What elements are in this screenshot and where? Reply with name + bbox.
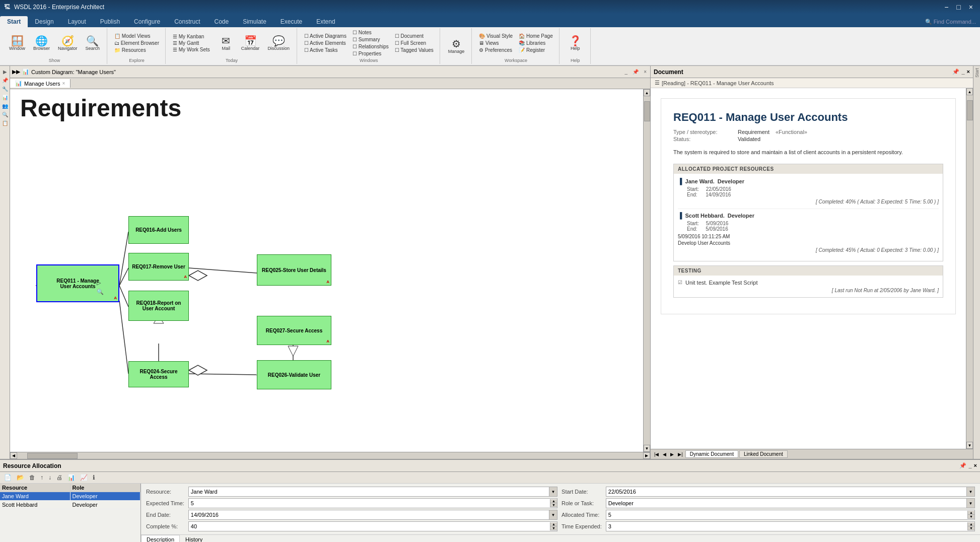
bottom-close-button[interactable]: × [974, 462, 977, 469]
role-task-dropdown-btn[interactable]: ▼ [966, 499, 974, 508]
discussion-button[interactable]: 💬 Discussion [264, 35, 293, 52]
tab-layout[interactable]: Layout [61, 16, 93, 27]
dynamic-document-tab[interactable]: Dynamic Document [685, 450, 738, 458]
my-kanban-button[interactable]: ☰ My Kanban [171, 33, 212, 40]
req016-box[interactable]: REQ016-Add Users [128, 216, 189, 244]
resource-dropdown[interactable]: Jane Ward ▼ [188, 487, 557, 497]
home-page-button[interactable]: 🏠 Home Page [517, 33, 555, 39]
doc-vert-scrollbar[interactable]: ▲ ▼ [966, 88, 973, 449]
model-views-button[interactable]: 📋 Model Views [112, 33, 161, 39]
bottom-minimize-button[interactable]: _ [968, 462, 971, 469]
toolbar-print-btn[interactable]: 🖨 [54, 473, 64, 482]
end-date-dropdown-btn[interactable]: ▼ [549, 510, 557, 519]
doc-scrollbar-down[interactable]: ▼ [966, 442, 973, 449]
manage-button[interactable]: ⚙ Manage [445, 38, 468, 55]
complete-pct-up-btn[interactable]: ▲ [550, 522, 557, 526]
req027-box[interactable]: REQ027-Secure Access A [257, 316, 331, 345]
sidebar-icon-6[interactable]: 🔍 [1, 111, 9, 118]
doc-scrollbar-thumb[interactable] [967, 100, 973, 120]
doc-nav-next[interactable]: ▶ [669, 451, 675, 457]
time-expended-up-btn[interactable]: ▲ [968, 522, 974, 526]
active-diagrams-button[interactable]: ☐ Active Diagrams [302, 33, 348, 39]
register-button[interactable]: 📝 Register [517, 47, 555, 53]
panel-pin-button[interactable]: 📌 [631, 69, 640, 75]
help-button[interactable]: ❓ Help [565, 35, 585, 52]
full-screen-button[interactable]: ☐ Full Screen [393, 40, 436, 46]
req017-box[interactable]: REQ017-Remove User A [128, 253, 189, 281]
scrollbar-up-button[interactable]: ▲ [644, 89, 650, 96]
doc-close-button[interactable]: × [967, 69, 970, 75]
diagram-vert-scrollbar[interactable]: ▲ ▼ [643, 89, 650, 452]
doc-scrollbar-up[interactable]: ▲ [966, 88, 973, 95]
sidebar-icon-7[interactable]: 📋 [1, 119, 9, 127]
find-command[interactable]: Find Command... [934, 19, 976, 25]
expected-time-up-btn[interactable]: ▲ [550, 499, 557, 503]
browser-button[interactable]: 🌐 Browser [30, 35, 53, 52]
complete-pct-down-btn[interactable]: ▼ [550, 526, 557, 530]
navigator-button[interactable]: 🧭 Navigator [55, 35, 81, 52]
summary-button[interactable]: ☐ Summary [351, 36, 391, 43]
search-button[interactable]: 🔍 Search [83, 35, 103, 52]
complete-pct-spin[interactable]: 40 ▲ ▼ [188, 521, 557, 531]
my-work-sets-button[interactable]: ☰ My Work Sets [171, 46, 212, 53]
linked-document-tab[interactable]: Linked Document [739, 450, 788, 458]
tab-start[interactable]: Start [0, 16, 28, 27]
my-gantt-button[interactable]: ☰ My Gantt [171, 40, 212, 46]
horiz-scrollbar-left-button[interactable]: ◀ [10, 452, 17, 459]
panel-minimize-button[interactable]: _ [623, 69, 629, 75]
views-button[interactable]: 🖥 Views [477, 40, 515, 46]
scrollbar-thumb[interactable] [644, 101, 650, 121]
time-expended-down-btn[interactable]: ▼ [968, 526, 974, 530]
tab-configure[interactable]: Configure [127, 16, 167, 27]
sidebar-icon-3[interactable]: 🔧 [1, 85, 9, 93]
doc-nav-first[interactable]: |◀ [653, 451, 660, 457]
panel-close-button[interactable]: × [642, 69, 648, 75]
start-date-dropdown[interactable]: 22/05/2016 ▼ [606, 487, 975, 497]
end-date-dropdown[interactable]: 14/09/2016 ▼ [188, 510, 557, 520]
diagram-canvas[interactable]: Requirements [10, 89, 643, 452]
doc-minimize-button[interactable]: _ [961, 69, 964, 75]
toolbar-export-btn[interactable]: 📊 [65, 473, 77, 482]
manage-users-tab[interactable]: 📊 Manage Users × [10, 79, 71, 88]
allocated-time-up-btn[interactable]: ▲ [968, 511, 974, 515]
relationships-button[interactable]: ☐ Relationships [351, 43, 391, 50]
properties-button[interactable]: ☐ Properties [351, 50, 391, 57]
allocated-time-down-btn[interactable]: ▼ [968, 515, 974, 519]
req018-box[interactable]: REQ018-Report on User Account [128, 291, 189, 321]
time-expended-spin[interactable]: 3 ▲ ▼ [606, 521, 975, 531]
role-task-dropdown[interactable]: Developer ▼ [606, 498, 975, 508]
diagram-horiz-scrollbar[interactable]: ◀ ▶ [10, 452, 650, 459]
tab-close-button[interactable]: × [62, 81, 65, 86]
doc-pin-button[interactable]: 📌 [952, 69, 959, 75]
tagged-values-button[interactable]: ☐ Tagged Values [393, 47, 436, 53]
row-scott-hebbard[interactable]: Scott Hebbard Developer [0, 501, 141, 509]
start-tab[interactable]: Start [973, 66, 980, 80]
horiz-scrollbar-right-button[interactable]: ▶ [643, 452, 650, 459]
minimize-button[interactable]: − [941, 3, 951, 11]
mail-button[interactable]: ✉ Mail [216, 35, 236, 52]
sidebar-icon-1[interactable]: ▶ [2, 68, 8, 76]
resources-button[interactable]: 📁 Resources [112, 47, 161, 53]
doc-scrollbar-track[interactable] [966, 95, 973, 442]
toolbar-chart-btn[interactable]: 📈 [78, 473, 90, 482]
req026-box[interactable]: REQ026-Validate User [257, 360, 331, 389]
tab-code[interactable]: Code [207, 16, 236, 27]
req011-box[interactable]: REQ011 - ManageUser Accounts A [36, 264, 119, 302]
active-elements-button[interactable]: ☐ Active Elements [302, 40, 348, 46]
scrollbar-track[interactable] [644, 96, 650, 445]
req011-search-icon[interactable]: 🔍 [97, 289, 104, 295]
toolbar-settings-btn[interactable]: ℹ [91, 473, 97, 482]
tab-execute[interactable]: Execute [273, 16, 309, 27]
document-button[interactable]: ☐ Document [393, 33, 436, 39]
notes-button[interactable]: ☐ Notes [351, 29, 391, 36]
doc-nav-prev[interactable]: ◀ [661, 451, 668, 457]
active-tasks-button[interactable]: ☐ Active Tasks [302, 47, 348, 53]
libraries-button[interactable]: 📚 Libraries [517, 40, 555, 46]
toolbar-sort-desc-btn[interactable]: ↓ [46, 473, 53, 482]
tab-design[interactable]: Design [28, 16, 60, 27]
expected-time-spin[interactable]: 5 ▲ ▼ [188, 498, 557, 508]
window-button[interactable]: 🪟 Window [6, 35, 28, 52]
row-jane-ward[interactable]: Jane Ward Developer [0, 492, 141, 501]
horiz-scrollbar-thumb[interactable] [27, 453, 78, 459]
element-browser-button[interactable]: 🗂 Element Browser [112, 40, 161, 46]
